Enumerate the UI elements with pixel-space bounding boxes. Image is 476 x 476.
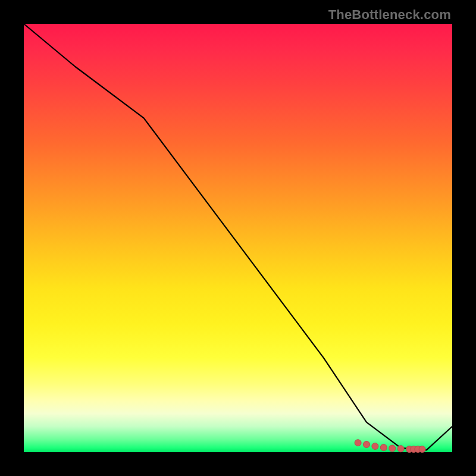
- chart-line: [24, 24, 452, 450]
- chart-stage: TheBottleneck.com: [0, 0, 476, 476]
- chart-svg: [24, 24, 452, 452]
- marker-dot: [355, 440, 361, 446]
- watermark-text: TheBottleneck.com: [328, 7, 451, 23]
- marker-dot: [389, 445, 396, 452]
- marker-dot: [419, 446, 425, 453]
- marker-dot: [364, 441, 370, 448]
- marker-dot: [372, 443, 378, 449]
- marker-group: [355, 440, 425, 453]
- marker-dot: [380, 444, 387, 451]
- marker-dot: [397, 446, 404, 452]
